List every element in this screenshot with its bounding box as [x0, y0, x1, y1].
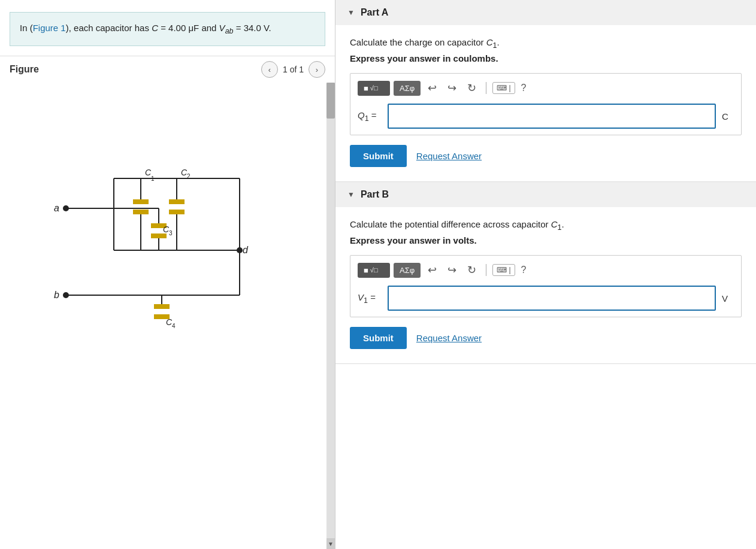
- right-panel: ▼ Part A Calculate the charge on capacit…: [335, 0, 756, 549]
- part-a-toolbar: ■ √□ ΑΣφ ↩ ↪ ↻ ⌨ | ?: [358, 80, 734, 96]
- scrollbar-track[interactable]: ▲ ▼: [326, 83, 335, 549]
- figure-link[interactable]: Figure 1: [33, 23, 66, 33]
- part-a-help-button[interactable]: ?: [519, 81, 529, 95]
- part-a-request-answer-button[interactable]: Request Answer: [416, 151, 482, 161]
- part-a-toolbar-divider: [486, 82, 486, 94]
- left-panel: In (Figure 1), each capacitor has C = 4.…: [0, 0, 335, 549]
- svg-text:2: 2: [187, 173, 190, 180]
- svg-text:1: 1: [151, 175, 155, 182]
- part-b-help-button[interactable]: ?: [519, 263, 529, 277]
- problem-statement: In (Figure 1), each capacitor has C = 4.…: [10, 12, 325, 46]
- part-a-submit-button[interactable]: Submit: [350, 145, 407, 167]
- part-a-math-button[interactable]: ■ √□: [358, 81, 390, 96]
- part-a-input[interactable]: [388, 104, 716, 129]
- part-a-input-label: Q1 =: [358, 110, 382, 123]
- figure-next-button[interactable]: ›: [309, 61, 325, 78]
- part-b-action-row: Submit Request Answer: [350, 327, 742, 349]
- svg-rect-20: [169, 210, 185, 214]
- figure-count: 1 of 1: [283, 65, 304, 74]
- scroll-arrow-down[interactable]: ▼: [326, 538, 335, 549]
- figure-nav: ‹ 1 of 1 ›: [261, 61, 325, 78]
- figure-area: Figure ‹ 1 of 1 › ▲ ▼ a b: [0, 56, 335, 549]
- part-b-math-button[interactable]: ■ √□: [358, 263, 390, 278]
- node-b-label: b: [54, 290, 59, 300]
- part-a-section: ▼ Part A Calculate the charge on capacit…: [335, 0, 756, 182]
- part-a-answer-box: ■ √□ ΑΣφ ↩ ↪ ↻ ⌨ | ? Q1 = C: [350, 73, 742, 135]
- part-a-input-row: Q1 = C: [358, 104, 734, 129]
- part-a-instruction: Express your answer in coulombs.: [350, 53, 742, 63]
- part-a-header[interactable]: ▼ Part A: [335, 0, 756, 25]
- part-a-unit: C: [722, 111, 734, 122]
- part-a-title: Part A: [361, 7, 389, 18]
- node-a-label: a: [54, 203, 59, 213]
- part-b-title: Part B: [361, 189, 389, 200]
- part-b-body: Calculate the potential difference acros…: [335, 207, 756, 363]
- part-a-action-row: Submit Request Answer: [350, 145, 742, 167]
- svg-text:4: 4: [172, 323, 176, 329]
- part-b-undo-button[interactable]: ↩: [424, 262, 440, 278]
- circuit-diagram: a b d: [24, 89, 312, 354]
- figure-scroll-area[interactable]: ▲ ▼ a b d: [0, 83, 335, 549]
- figure-title: Figure: [10, 64, 39, 75]
- part-b-refresh-button[interactable]: ↻: [464, 262, 480, 278]
- part-b-toolbar: ■ √□ ΑΣφ ↩ ↪ ↻ ⌨ | ?: [358, 262, 734, 278]
- figure-prev-button[interactable]: ‹: [261, 61, 278, 78]
- part-b-input-row: V1 = V: [358, 286, 734, 311]
- svg-rect-35: [154, 304, 170, 309]
- part-a-undo-button[interactable]: ↩: [424, 80, 440, 96]
- part-a-collapse-icon: ▼: [347, 8, 355, 17]
- part-b-answer-box: ■ √□ ΑΣφ ↩ ↪ ↻ ⌨ | ? V1 = V: [350, 255, 742, 317]
- part-b-section: ▼ Part B Calculate the potential differe…: [335, 182, 756, 364]
- part-b-keyboard-button[interactable]: ⌨ |: [492, 264, 515, 276]
- part-b-greek-button[interactable]: ΑΣφ: [394, 263, 421, 278]
- scrollbar-thumb[interactable]: [326, 83, 335, 119]
- part-a-redo-button[interactable]: ↪: [444, 80, 460, 96]
- svg-text:3: 3: [169, 230, 173, 236]
- part-a-refresh-button[interactable]: ↻: [464, 80, 480, 96]
- part-b-input[interactable]: [388, 286, 716, 311]
- part-b-unit: V: [722, 293, 734, 304]
- part-b-description: Calculate the potential difference acros…: [350, 219, 742, 232]
- part-a-greek-button[interactable]: ΑΣφ: [394, 81, 421, 96]
- part-a-description: Calculate the charge on capacitor C1.: [350, 37, 742, 50]
- part-b-submit-button[interactable]: Submit: [350, 327, 407, 349]
- part-b-collapse-icon: ▼: [347, 190, 355, 199]
- svg-rect-14: [133, 199, 149, 204]
- part-b-toolbar-divider: [486, 264, 486, 276]
- svg-rect-24: [151, 233, 167, 238]
- figure-header: Figure ‹ 1 of 1 ›: [0, 56, 335, 83]
- svg-rect-16: [133, 210, 149, 214]
- part-b-request-answer-button[interactable]: Request Answer: [416, 333, 482, 343]
- svg-rect-19: [169, 199, 185, 204]
- node-d-label: d: [243, 245, 249, 255]
- part-a-body: Calculate the charge on capacitor C1. Ex…: [335, 25, 756, 181]
- part-b-input-label: V1 =: [358, 292, 382, 305]
- part-b-redo-button[interactable]: ↪: [444, 262, 460, 278]
- part-b-header[interactable]: ▼ Part B: [335, 182, 756, 207]
- part-b-instruction: Express your answer in volts.: [350, 235, 742, 245]
- part-a-keyboard-button[interactable]: ⌨ |: [492, 82, 515, 94]
